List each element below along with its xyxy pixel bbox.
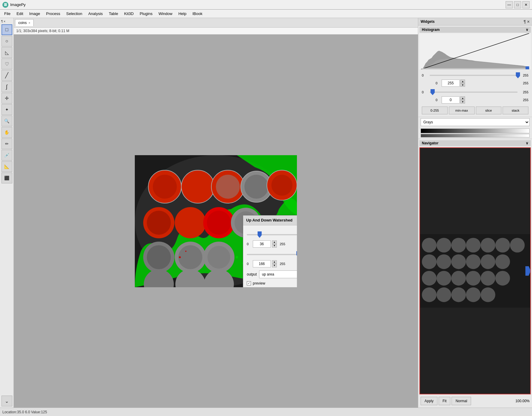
colormap-select[interactable]: Grays Hot Cool Jet: [421, 118, 530, 126]
upper-spin: ▲ ▼: [460, 80, 465, 87]
menu-image[interactable]: Image: [26, 11, 43, 17]
polygon-select-tool[interactable]: ◺: [2, 47, 12, 58]
hist-0-255-button[interactable]: 0-255: [422, 107, 448, 114]
svg-point-48: [422, 254, 437, 269]
hist-slice-button[interactable]: slice: [476, 107, 502, 114]
move-tool[interactable]: ✛: [2, 93, 12, 104]
navigator-header[interactable]: Navigator ∨: [419, 140, 531, 146]
upper-spin-down[interactable]: ▼: [460, 83, 465, 87]
dialog-title-bar[interactable]: Up And Down Watershed ×: [243, 216, 297, 225]
line-tool[interactable]: ╱: [2, 70, 12, 81]
slider2-thumb[interactable]: [296, 251, 297, 258]
menu-table[interactable]: Table: [106, 11, 121, 17]
output-select[interactable]: up area down area both: [259, 270, 297, 278]
magic-wand-tool[interactable]: ✦: [2, 104, 12, 115]
upper-slider-thumb[interactable]: [516, 72, 520, 78]
widgets-close-icon[interactable]: ×: [527, 19, 530, 24]
title-bar: 🖼 ImagePy — □ ✕: [0, 0, 532, 10]
upper-spin-up[interactable]: ▲: [460, 80, 465, 83]
menu-analysis[interactable]: Analysis: [85, 11, 106, 17]
menu-plugins[interactable]: Plugins: [137, 11, 156, 17]
pencil-tool[interactable]: ✏: [2, 138, 12, 149]
eyedropper-tool[interactable]: 💉: [2, 150, 12, 161]
navigator-image: [419, 147, 531, 394]
hand-tool[interactable]: ✋: [2, 127, 12, 138]
menu-process[interactable]: Process: [43, 11, 63, 17]
preview-checkbox[interactable]: ✓: [247, 281, 251, 285]
minimize-button[interactable]: —: [506, 1, 513, 8]
preview-row: ✓ preview: [247, 281, 297, 285]
navigator-apply-button[interactable]: Apply: [421, 397, 437, 405]
upper-range-start: 0: [436, 81, 437, 85]
rectangle-select-tool[interactable]: □: [2, 24, 12, 35]
left-toolbar: ¶ × □ ○ ◺ ♡ ╱ ∫ ✛ ✦ 🔍 ✋ ✏ 💉 📐 ⬛ ⌄: [0, 18, 14, 408]
menu-kit3d[interactable]: Kit3D: [121, 11, 137, 17]
zoom-tool[interactable]: 🔍: [2, 116, 12, 126]
svg-point-59: [495, 271, 510, 286]
upper-slider-row: 0 255: [422, 72, 528, 78]
image-tab-bar: coins ×: [14, 18, 418, 28]
upper-slider-container[interactable]: [430, 72, 518, 78]
slider2-spin-down[interactable]: ▼: [272, 264, 277, 267]
svg-point-63: [466, 288, 481, 302]
menu-window[interactable]: Window: [156, 11, 175, 17]
expand-tools-btn[interactable]: ⌄: [2, 396, 12, 406]
menu-selection[interactable]: Selection: [63, 11, 85, 17]
svg-point-17: [147, 211, 171, 235]
circle-select-tool[interactable]: ○: [2, 36, 12, 47]
curve-tool[interactable]: ∫: [2, 81, 12, 92]
navigator-collapse-icon[interactable]: ∨: [526, 141, 528, 145]
svg-point-32: [179, 256, 181, 258]
navigator-fit-button[interactable]: Fit: [439, 397, 450, 405]
menu-file[interactable]: File: [1, 11, 14, 17]
svg-point-45: [481, 238, 495, 252]
slider1-value-input[interactable]: [253, 240, 271, 248]
dialog-title-text: Up And Down Watershed: [246, 218, 292, 222]
close-button[interactable]: ✕: [522, 1, 530, 8]
menu-ibook[interactable]: IBook: [189, 11, 205, 17]
histogram-upper-input[interactable]: [442, 80, 460, 87]
hist-min-max-button[interactable]: min-max: [449, 107, 475, 114]
output-row: output up area down area both: [247, 270, 297, 278]
histogram-header[interactable]: Histogram ∨: [419, 27, 531, 33]
navigator-svg: [420, 148, 530, 394]
slider2-value-input[interactable]: [253, 260, 271, 267]
histogram-collapse-icon[interactable]: ∨: [526, 28, 528, 32]
slider1-spin-up[interactable]: ▲: [272, 240, 277, 244]
colormap-bar-dark: [421, 128, 530, 133]
lower-spin-down[interactable]: ▼: [460, 100, 465, 104]
3d-tool[interactable]: ⬛: [2, 173, 12, 183]
colormap-bars: [421, 127, 530, 133]
upper-val-end: 255: [519, 81, 528, 85]
slider2-row: [247, 251, 297, 258]
lower-slider-track: [430, 92, 518, 93]
maximize-button[interactable]: □: [514, 1, 521, 8]
heart-select-tool[interactable]: ♡: [2, 59, 12, 69]
slider2-container[interactable]: [247, 251, 297, 258]
slider2-spin-up[interactable]: ▲: [272, 260, 277, 264]
measure-tool[interactable]: 📐: [2, 161, 12, 172]
lower-slider-thumb[interactable]: [431, 89, 435, 95]
colormap-bar-secondary: [421, 134, 530, 137]
slider2-track: [247, 254, 297, 255]
slider1-thumb[interactable]: [258, 231, 262, 238]
lower-spin-up[interactable]: ▲: [460, 96, 465, 100]
histogram-lower-input[interactable]: [442, 96, 460, 104]
navigator-normal-button[interactable]: Normal: [452, 397, 471, 405]
svg-point-11: [244, 175, 268, 199]
slider1-container[interactable]: [247, 231, 297, 238]
menu-help[interactable]: Help: [175, 11, 189, 17]
upper-max-label: 255: [519, 74, 528, 77]
svg-point-28: [207, 246, 230, 269]
widgets-pin-icon[interactable]: ¶: [524, 19, 526, 24]
toolbar-pin: ¶ ×: [1, 19, 6, 24]
slider1-spin-down[interactable]: ▼: [272, 244, 277, 248]
tab-close-icon[interactable]: ×: [29, 21, 30, 25]
svg-point-24: [147, 245, 171, 269]
watershed-dialog[interactable]: Up And Down Watershed ×: [243, 215, 297, 287]
hist-stack-button[interactable]: stack: [503, 107, 528, 114]
svg-point-44: [466, 238, 481, 252]
menu-edit[interactable]: Edit: [14, 11, 26, 17]
lower-slider-container[interactable]: [430, 89, 518, 95]
coins-tab[interactable]: coins ×: [15, 19, 34, 26]
